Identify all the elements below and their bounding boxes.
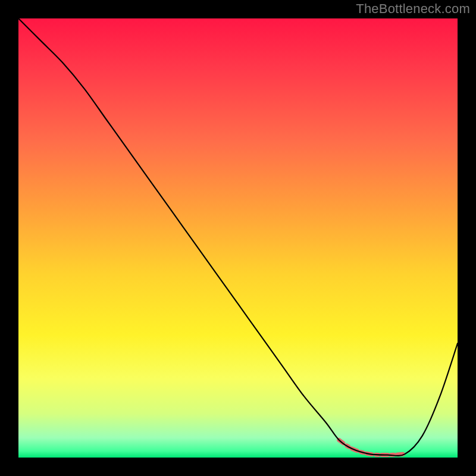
plot-area-gradient xyxy=(18,18,458,458)
watermark-text: TheBottleneck.com xyxy=(356,1,470,17)
bottleneck-plot xyxy=(0,0,476,476)
chart-container: { "watermark": "TheBottleneck.com", "plo… xyxy=(0,0,476,476)
